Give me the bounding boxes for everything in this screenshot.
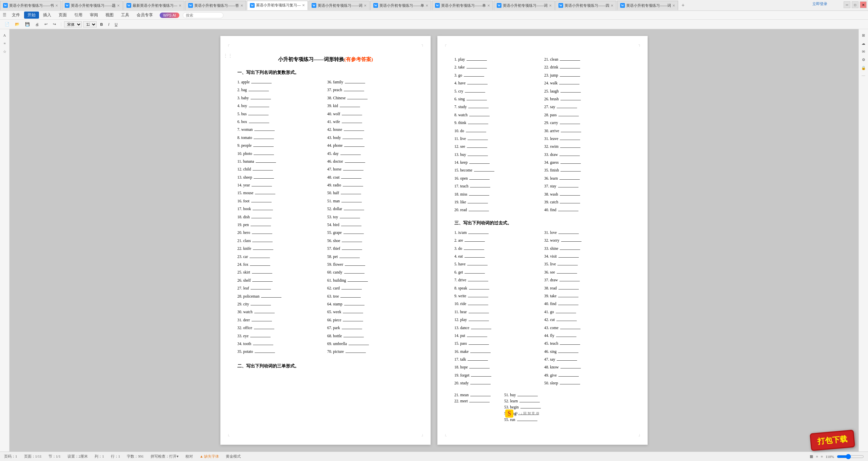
toolbar-new[interactable]: 📄 [3, 21, 12, 27]
close-tab-7[interactable]: ✕ [426, 4, 428, 7]
minimize-button[interactable]: ─ [844, 1, 850, 8]
menu-file[interactable]: 文件 [8, 12, 23, 19]
close-tab-8[interactable]: ✕ [487, 4, 490, 7]
list-item: 48. know [544, 364, 631, 370]
list-item: 67. park [327, 325, 414, 331]
toolbar-print[interactable]: 🖨 [33, 22, 41, 27]
past-list: 1. is/am 2. are 3. do 4. eat 5. have 6. … [454, 229, 631, 386]
hamburger-icon[interactable]: ☰ [3, 13, 6, 18]
status-col: 列：1 [95, 454, 104, 459]
list-item: 40. find [544, 207, 631, 213]
sidebar-icon-1[interactable]: A [1, 32, 8, 39]
list-item: 11. banana [237, 158, 324, 164]
right-icon-6[interactable]: ⋯ [860, 73, 867, 79]
tab-6[interactable]: W 英语小升初专项练习——词 ✕ [309, 1, 370, 10]
status-page: 页码：1 [4, 454, 17, 459]
right-icon-5[interactable]: 🔒 [860, 64, 867, 71]
menu-page[interactable]: 页面 [55, 12, 70, 19]
status-spell[interactable]: 拼写检查：打开▾ [151, 454, 179, 459]
menu-member[interactable]: 会员专享 [133, 12, 156, 19]
view-icon-3[interactable]: ≡ [821, 455, 823, 459]
tab-8[interactable]: W 英语小升初专项练习——单 ✕ [432, 1, 493, 10]
list-item: 10. ride [454, 301, 541, 307]
list-item: 12. child [237, 166, 324, 172]
font-select[interactable]: 宋体 [64, 21, 82, 27]
close-tab-3[interactable]: ✕ [179, 4, 181, 7]
close-tab-1[interactable]: ✕ [55, 4, 58, 7]
list-item: 19. pen [237, 222, 324, 228]
status-review[interactable]: 校对 [185, 454, 193, 459]
sidebar-icon-3[interactable]: ☆ [1, 48, 8, 55]
view-icon-1[interactable]: ▦ [810, 454, 813, 459]
menu-home[interactable]: 开始 [24, 12, 39, 19]
list-item: 14. year [237, 182, 324, 188]
close-tab-9[interactable]: ✕ [549, 4, 552, 7]
new-tab-button[interactable]: + [679, 2, 687, 8]
right-icon-2[interactable]: ☁ [860, 40, 867, 47]
list-item: 22. drink [544, 64, 631, 70]
past-extra-row: 21. mean 22. meet 51. buy 52. learn 53. … [454, 392, 631, 423]
list-item: 21. class [237, 238, 324, 244]
list-item: 30. arrive [544, 128, 631, 134]
view-icon-2[interactable]: ≡ [816, 455, 818, 459]
menu-reference[interactable]: 引用 [71, 12, 86, 19]
toolbar-open[interactable]: 📂 [13, 21, 22, 27]
tab-1[interactable]: W 英语小升初专项练习——书 ✕ [0, 1, 61, 10]
bold-button[interactable]: B [98, 22, 105, 27]
word-list-1: 1. apple 2. bag 3. baby 4. boy 5. bus 6.… [237, 79, 414, 355]
close-tab-4[interactable]: ✕ [240, 4, 243, 7]
menu-tools[interactable]: 工具 [118, 12, 133, 19]
list-item: 7. drive [454, 277, 541, 283]
close-button[interactable]: ✕ [860, 1, 867, 8]
status-reading[interactable]: 黄金模式 [226, 454, 241, 459]
list-item: 19. like [454, 199, 541, 205]
top-right-controls: 立即登录 [812, 1, 827, 6]
toolbar-redo[interactable]: ↪ [51, 21, 58, 27]
right-icon-3[interactable]: ✉ [860, 48, 867, 55]
list-item: 40. find [544, 301, 631, 307]
close-tab-11[interactable]: ✕ [672, 4, 675, 7]
drag-handle-1: ⋮⋮ [223, 53, 233, 59]
tab-5-active[interactable]: W 英语小升初专项练习复习— ✕ [247, 1, 308, 10]
list-item: 69. umbrella [327, 341, 414, 347]
zoom-slider[interactable] [837, 454, 864, 459]
tab-11[interactable]: W 英语小升初专项练习——词 ✕ [617, 1, 678, 10]
list-item: 14. put [454, 333, 541, 339]
list-item: 4. have [454, 80, 541, 86]
toolbar-save[interactable]: 💾 [23, 21, 32, 27]
italic-button[interactable]: I [106, 22, 111, 27]
close-tab-10[interactable]: ✕ [611, 4, 613, 7]
search-input[interactable] [183, 12, 223, 18]
corner-bl-1: └ [227, 434, 230, 438]
tab-10[interactable]: W 英语小升初专项练习——四 ✕ [555, 1, 616, 10]
status-position: 设置：2厘米 [67, 454, 88, 459]
right-icon-1[interactable]: ⊞ [860, 32, 867, 39]
tab-bar: W 英语小升初专项练习——书 ✕ W 英语小升初专项练习——题 ✕ W 最新英语… [0, 0, 868, 11]
toolbar-undo[interactable]: ↩ [42, 21, 50, 27]
underline-button[interactable]: U [113, 22, 119, 27]
list-item: 11. live [454, 136, 541, 142]
tab-2[interactable]: W 英语小升初专项练习——题 ✕ [62, 1, 123, 10]
menu-view[interactable]: 视图 [102, 12, 117, 19]
font-size-select[interactable]: 12 [83, 21, 97, 27]
maximize-button[interactable]: □ [852, 1, 859, 8]
tab-4[interactable]: W 英语小升初专项练习——答 ✕ [185, 1, 246, 10]
corner-br-2: ┘ [638, 434, 641, 438]
tab-7[interactable]: W 英语小升初专项练习——单 ✕ [370, 1, 431, 10]
document-area[interactable]: ⋮⋮ ┌ ┐ 小升初专项练习——词形转换(有参考答案) 一、写出下列名词的复数形… [9, 29, 859, 452]
login-link[interactable]: 立即登录 [812, 1, 827, 6]
wps-ai-button[interactable]: WPS AI [160, 13, 179, 18]
tab-icon-1: W [3, 3, 8, 8]
close-tab-5[interactable]: ✕ [302, 3, 305, 7]
word-col-1: 1. apple 2. bag 3. baby 4. boy 5. bus 6.… [237, 79, 324, 355]
list-item: 12. play [454, 317, 541, 323]
sidebar-icon-2[interactable]: ≡ [1, 40, 8, 47]
tab-3[interactable]: W 最新英语小升初专项练习— ✕ [123, 1, 184, 10]
close-tab-6[interactable]: ✕ [364, 4, 367, 7]
close-tab-2[interactable]: ✕ [117, 4, 120, 7]
tab-icon-2: W [65, 3, 70, 8]
tab-9[interactable]: W 英语小升初专项练习——词 ✕ [494, 1, 555, 10]
right-icon-4[interactable]: ⚙ [860, 56, 867, 63]
menu-review[interactable]: 审阅 [86, 12, 101, 19]
menu-insert[interactable]: 插入 [40, 12, 55, 19]
